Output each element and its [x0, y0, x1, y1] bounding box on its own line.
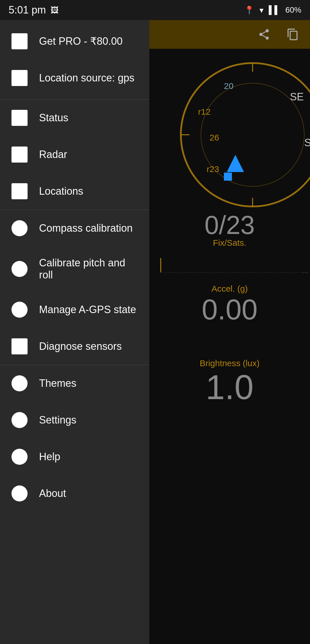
compass-calibration-label: Compass calibration — [39, 222, 133, 234]
radar-icon — [11, 147, 28, 163]
svg-text:r23: r23 — [207, 164, 219, 174]
svg-text:r12: r12 — [198, 107, 210, 116]
main-layout: Get PRO - ₹80.00 Location source: gps — [0, 20, 310, 644]
signal-icon: ▌▌ — [269, 5, 280, 15]
help-label: Help — [39, 451, 60, 463]
themes-icon — [11, 375, 28, 391]
dots-indicator: ... — [303, 267, 309, 275]
status-icons: 📍 ▾ ▌▌ 60% — [244, 5, 301, 15]
brightness-block: Brightness (lux) 1.0 — [149, 350, 310, 415]
get-pro-item[interactable]: Get PRO - ₹80.00 — [0, 23, 149, 60]
location-icon: 📍 — [244, 5, 254, 15]
locations-item[interactable]: Locations — [0, 173, 149, 210]
svg-text:SE: SE — [290, 91, 304, 103]
fix-sats-area: 0/23 Fix/Sats. — [149, 204, 310, 256]
location-source-item[interactable]: Location source: gps — [0, 60, 149, 96]
compass-area: SE S 20 r12 26 r23 — [166, 49, 310, 221]
drawer-bottom-section: Themes Settings Help — [0, 365, 149, 644]
wifi-icon: ▾ — [259, 5, 264, 15]
themes-label: Themes — [39, 377, 76, 389]
settings-icon — [11, 412, 28, 428]
navigation-drawer: Get PRO - ₹80.00 Location source: gps — [0, 20, 149, 644]
themes-item[interactable]: Themes — [0, 365, 149, 402]
about-item[interactable]: About — [0, 475, 149, 512]
screenshot-icon: 🖼 — [51, 5, 59, 15]
svg-point-1 — [18, 268, 21, 270]
radar-item[interactable]: Radar — [0, 136, 149, 173]
accel-label: Accel. (g) — [158, 284, 301, 294]
status-label: Status — [39, 112, 68, 124]
status-icon — [11, 110, 28, 126]
battery-icon: 60% — [285, 5, 301, 15]
drawer-tools-section: Compass calibration Calibrate pitch and … — [0, 210, 149, 365]
get-pro-label: Get PRO - ₹80.00 — [39, 35, 123, 47]
svg-text:S: S — [304, 137, 310, 149]
get-pro-icon — [11, 33, 28, 49]
accel-chart — [155, 255, 304, 275]
compass-calibration-icon — [11, 220, 28, 236]
copy-button[interactable] — [281, 23, 304, 46]
diagnose-sensors-label: Diagnose sensors — [39, 340, 122, 352]
settings-label: Settings — [39, 414, 76, 426]
manage-agps-icon — [11, 302, 28, 318]
svg-text:20: 20 — [224, 81, 233, 91]
about-label: About — [39, 487, 66, 499]
drawer-main-section: Status Radar Locations — [0, 99, 149, 210]
app-header — [149, 20, 310, 49]
fix-sats-label: Fix/Sats. — [158, 238, 301, 248]
manage-agps-label: Manage A-GPS state — [39, 304, 136, 316]
manage-agps-item[interactable]: Manage A-GPS state — [0, 291, 149, 328]
share-button[interactable] — [253, 23, 276, 46]
location-source-icon — [11, 70, 28, 86]
settings-item[interactable]: Settings — [0, 402, 149, 438]
compass-calibration-item[interactable]: Compass calibration — [0, 210, 149, 247]
help-item[interactable]: Help — [0, 438, 149, 475]
accel-value: 0.00 — [158, 294, 301, 325]
status-bar: 5:01 pm 🖼 📍 ▾ ▌▌ 60% — [0, 0, 310, 20]
svg-marker-10 — [227, 155, 244, 172]
drawer-top-section: Get PRO - ₹80.00 Location source: gps — [0, 20, 149, 99]
diagnose-sensors-item[interactable]: Diagnose sensors — [0, 328, 149, 365]
diagnose-sensors-icon — [11, 338, 28, 354]
accel-block: Accel. (g) 0.00 — [149, 275, 310, 334]
app-content: SE S 20 r12 26 r23 — [149, 20, 310, 644]
fix-sats-value: 0/23 — [158, 212, 301, 238]
location-source-label: Location source: gps — [39, 72, 134, 84]
about-icon — [11, 485, 28, 501]
locations-icon — [11, 183, 28, 199]
calibrate-pitch-icon — [11, 261, 28, 277]
fix-sats-block: 0/23 Fix/Sats. — [158, 212, 301, 248]
svg-text:26: 26 — [210, 133, 219, 142]
brightness-label: Brightness (lux) — [158, 358, 301, 368]
status-time: 5:01 pm — [9, 4, 46, 16]
calibrate-pitch-item[interactable]: Calibrate pitch and roll — [0, 247, 149, 291]
svg-point-2 — [181, 63, 310, 206]
radar-label: Radar — [39, 149, 67, 161]
help-icon — [11, 449, 28, 465]
calibrate-pitch-label: Calibrate pitch and roll — [39, 257, 138, 281]
status-time-group: 5:01 pm 🖼 — [9, 4, 59, 16]
locations-label: Locations — [39, 185, 83, 197]
svg-rect-11 — [224, 173, 232, 181]
brightness-value: 1.0 — [158, 368, 301, 406]
status-item[interactable]: Status — [0, 99, 149, 136]
